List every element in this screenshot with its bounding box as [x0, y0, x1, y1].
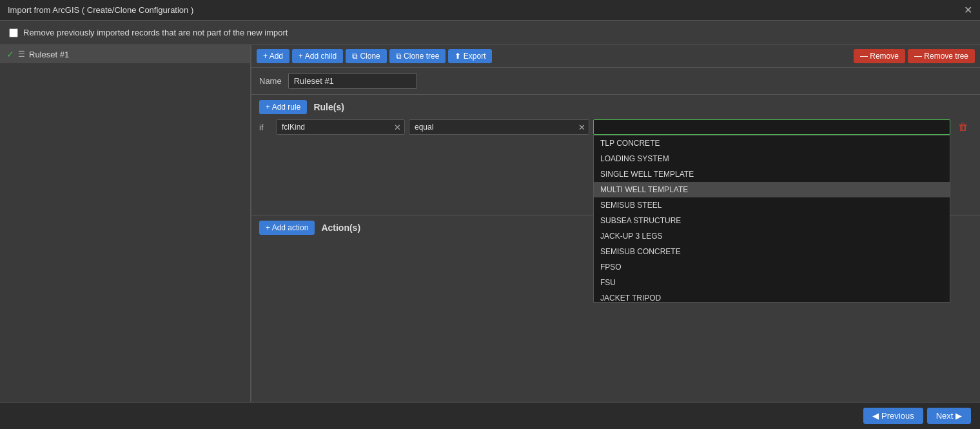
close-button[interactable]: ✕ — [964, 5, 972, 15]
name-input[interactable] — [288, 73, 417, 89]
checkbox-bar: Remove previously imported records that … — [0, 21, 980, 45]
title-bar: Import from ArcGIS ( Create/Clone Config… — [0, 0, 980, 21]
field-input[interactable] — [276, 119, 405, 135]
next-button[interactable]: Next ▶ — [927, 408, 971, 424]
if-label: if — [259, 123, 272, 132]
list-item[interactable]: TLP CONCRETE — [594, 135, 950, 151]
list-item[interactable]: JACK-UP 3 LEGS — [594, 228, 950, 244]
remove-tree-button[interactable]: — Remove tree — [908, 49, 975, 63]
list-item[interactable]: MULTI WELL TEMPLATE — [594, 182, 950, 197]
operator-input[interactable] — [409, 119, 589, 135]
name-row: Name — [251, 68, 980, 95]
dropdown-list: TLP CONCRETELOADING SYSTEMSINGLE WELL TE… — [593, 135, 950, 303]
export-button[interactable]: ⬆ Export — [448, 49, 492, 63]
add-action-button[interactable]: + Add action — [259, 221, 315, 235]
name-label: Name — [259, 76, 282, 86]
list-item[interactable]: SEMISUB STEEL — [594, 197, 950, 213]
add-rule-button[interactable]: + Add rule — [259, 100, 307, 114]
field-clear-button[interactable]: ✕ — [394, 123, 401, 132]
clone-tree-button[interactable]: ⧉ Clone tree — [389, 49, 446, 63]
remove-button[interactable]: — Remove — [854, 49, 905, 63]
rule-row: if ✕ ✕ TLP CONCR — [259, 119, 972, 135]
list-item[interactable]: SINGLE WELL TEMPLATE — [594, 166, 950, 182]
check-icon: ✓ — [6, 49, 14, 59]
add-child-button[interactable]: + Add child — [292, 49, 343, 63]
window-title: Import from ArcGIS ( Create/Clone Config… — [8, 5, 193, 15]
rules-section: + Add rule Rule(s) if ✕ ✕ — [251, 95, 980, 215]
main-panel: + Add + Add child ⧉ Clone ⧉ Clone tree ⬆… — [251, 45, 980, 402]
add-button[interactable]: + Add — [257, 49, 289, 63]
operator-clear-button[interactable]: ✕ — [578, 123, 585, 132]
list-item[interactable]: FPSO — [594, 259, 950, 275]
rules-title: Rule(s) — [313, 102, 344, 112]
toolbar: + Add + Add child ⧉ Clone ⧉ Clone tree ⬆… — [251, 45, 980, 68]
ruleset-icon: ☰ — [18, 50, 25, 59]
clone-button[interactable]: ⧉ Clone — [346, 49, 387, 63]
list-item[interactable]: SEMISUB CONCRETE — [594, 244, 950, 259]
sidebar-item-label: Ruleset #1 — [29, 50, 69, 59]
value-input[interactable] — [593, 119, 950, 135]
remove-records-checkbox[interactable] — [9, 28, 18, 37]
list-item[interactable]: SUBSEA STRUCTURE — [594, 213, 950, 228]
field-filter-wrapper: ✕ — [276, 119, 405, 135]
sidebar-item-ruleset1[interactable]: ✓ ☰ Ruleset #1 — [0, 45, 250, 63]
actions-title: Action(s) — [321, 223, 360, 233]
delete-rule-button[interactable]: 🗑 — [954, 120, 972, 134]
list-item[interactable]: JACKET TRIPOD — [594, 290, 950, 303]
rules-inner: if ✕ ✕ TLP CONCR — [259, 119, 972, 210]
operator-filter-wrapper: ✕ — [409, 119, 589, 135]
bottom-bar: ◀ Previous Next ▶ — [0, 402, 980, 429]
previous-button[interactable]: ◀ Previous — [863, 408, 923, 424]
remove-records-label: Remove previously imported records that … — [23, 28, 288, 37]
list-item[interactable]: LOADING SYSTEM — [594, 151, 950, 166]
rules-header: + Add rule Rule(s) — [259, 100, 972, 114]
sidebar: ✓ ☰ Ruleset #1 — [0, 45, 251, 402]
value-dropdown-container: TLP CONCRETELOADING SYSTEMSINGLE WELL TE… — [593, 119, 950, 135]
list-item[interactable]: FSU — [594, 275, 950, 290]
